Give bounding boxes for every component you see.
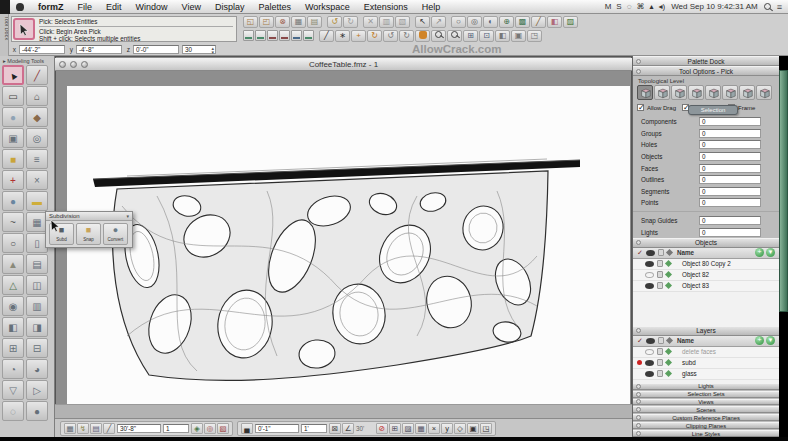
x-coordinate-input[interactable]: -44'-2" [19, 45, 65, 54]
revolve-tool[interactable]: ◎ [26, 128, 48, 148]
pickable-icon[interactable] [665, 282, 672, 289]
layers-icon[interactable]: ▤ [90, 423, 102, 434]
collapse-dot-icon[interactable] [636, 240, 641, 245]
object-row[interactable]: Object 83 [633, 281, 779, 292]
half-left-tool[interactable]: ◧ [2, 317, 24, 337]
y-axis-icon[interactable]: y [441, 423, 453, 434]
quarter-tool[interactable]: ◔ [2, 359, 24, 379]
lock-icon[interactable] [657, 282, 663, 289]
topo-level-1-button[interactable] [654, 85, 670, 100]
topo-level-0-button[interactable] [637, 85, 653, 100]
palette-dock-header[interactable]: Palette Dock [633, 56, 779, 66]
add-layer-icon[interactable]: + [755, 336, 764, 345]
diamond-snap-icon[interactable]: ◇ [454, 423, 466, 434]
lock-icon[interactable] [657, 359, 663, 366]
palette-bar-line-styles[interactable]: Line Styles [633, 430, 779, 437]
pattern-icon[interactable]: ▨ [563, 16, 578, 28]
arc-mode-icon[interactable]: ◐ [483, 16, 498, 28]
collapse-dot-icon[interactable] [636, 399, 641, 404]
visibility-eye-icon[interactable] [645, 360, 654, 366]
palette-bar-selection-sets[interactable]: Selection Sets [633, 391, 779, 398]
menu-palettes[interactable]: Palettes [251, 2, 298, 12]
lock-icon[interactable] [657, 271, 663, 278]
collapse-dot-icon[interactable] [636, 407, 641, 412]
volume-icon[interactable]: ◂) [658, 2, 665, 11]
palette-bar-views[interactable]: Views [633, 399, 779, 406]
subdivision-convert-button[interactable]: ●Convert [103, 223, 128, 245]
ref-plane-bottom-button[interactable] [255, 30, 266, 41]
line-tool[interactable]: ╱ [26, 65, 48, 85]
move-icon[interactable]: + [351, 30, 366, 42]
keyboard-icon[interactable]: ⌘ [636, 2, 644, 11]
no-snap-icon[interactable]: ⊘ [376, 423, 388, 434]
palette-bar-scenes[interactable]: Scenes [633, 406, 779, 413]
tri-right-tool[interactable]: ▷ [26, 380, 48, 400]
redo-icon[interactable]: ↻ [343, 16, 358, 28]
sketch-book-icon[interactable]: ▧ [217, 423, 229, 434]
ref-plane-left-button[interactable] [279, 30, 290, 41]
zoom-in-icon[interactable] [431, 30, 446, 42]
y-coordinate-input[interactable]: -4'-8" [76, 45, 122, 54]
rectangle-tool[interactable]: ▭ [2, 86, 24, 106]
save-view-icon[interactable]: ▣ [511, 30, 526, 42]
topo-level-3-button[interactable] [688, 85, 704, 100]
palette-bar-lights[interactable]: Lights [633, 383, 779, 390]
objects-palette-header[interactable]: Objects [633, 238, 779, 248]
visibility-eye-icon[interactable] [645, 349, 654, 355]
spline-tool[interactable]: ~ [2, 212, 24, 232]
grid-tool[interactable]: ▤ [26, 254, 48, 274]
eject-icon[interactable]: ▴ [649, 2, 653, 11]
subdivision-tool[interactable]: ● [2, 191, 24, 211]
lock-icon[interactable] [657, 348, 663, 355]
prev-view-icon[interactable]: ◧ [495, 30, 510, 42]
apple-menu-icon[interactable] [16, 3, 24, 11]
ball-tool[interactable]: ● [26, 401, 48, 421]
undo-icon[interactable]: ↺ [327, 16, 342, 28]
cube-tool[interactable]: ▣ [2, 128, 24, 148]
circles-mode-icon[interactable]: ◎ [467, 16, 482, 28]
palette-bar-custom-reference-planes[interactable]: Custom Reference Planes [633, 414, 779, 421]
three-quarter-tool[interactable]: ◕ [26, 359, 48, 379]
grid-view-icon[interactable]: ◳ [527, 30, 542, 42]
menu-view[interactable]: View [175, 2, 208, 12]
collapse-dot-icon[interactable] [636, 415, 641, 420]
menu-file[interactable]: File [71, 2, 100, 12]
collapse-dot-icon[interactable] [636, 59, 641, 64]
grid-snap-icon[interactable]: ▦ [64, 423, 76, 434]
lightning-icon[interactable]: ↯ [77, 423, 89, 434]
menu-display[interactable]: Display [208, 2, 252, 12]
orbit-icon[interactable]: ↻ [399, 30, 414, 42]
topo-level-5-button[interactable] [722, 85, 738, 100]
rotate-icon[interactable]: ↻ [367, 30, 382, 42]
pan-hand-icon[interactable] [415, 30, 430, 42]
extrude-tool[interactable]: ◆ [26, 107, 48, 127]
stepper-arrows-icon[interactable]: ▴▾ [211, 46, 214, 54]
ref-plane-back-button[interactable] [291, 30, 302, 41]
terrain-tool[interactable]: △ [2, 275, 24, 295]
blob-tool[interactable]: ▬ [26, 191, 48, 211]
menu-formz[interactable]: formZ [31, 2, 71, 12]
save-icon[interactable]: ▦ [291, 16, 306, 28]
grid-module-input[interactable]: 30'-8" [117, 424, 161, 433]
pickable-icon[interactable] [665, 260, 672, 267]
ref-plane-front-button[interactable] [303, 30, 314, 41]
fit-view-icon[interactable]: ⊡ [479, 30, 494, 42]
plane-icon[interactable]: ▄ [241, 423, 253, 434]
ref-plane-top-button[interactable] [243, 30, 254, 41]
corner-box-icon[interactable]: ◳ [480, 423, 492, 434]
pick-tool[interactable]: ▲ [2, 65, 24, 85]
menu-edit[interactable]: Edit [99, 2, 129, 12]
canvas-scroll-zone[interactable] [55, 404, 632, 418]
pick-cursor-icon[interactable]: ↖ [415, 16, 430, 28]
topo-level-6-button[interactable] [739, 85, 755, 100]
object-row[interactable]: Object 82 [633, 270, 779, 281]
lock-icon[interactable] [657, 260, 663, 267]
copy-icon[interactable]: ▤ [307, 16, 322, 28]
globe-icon[interactable]: ⊕ [499, 16, 514, 28]
x-axis-icon[interactable]: × [428, 423, 440, 434]
circle-mode-icon[interactable]: ○ [451, 16, 466, 28]
target-tool[interactable]: ◉ [2, 296, 24, 316]
paste-icon[interactable]: ▧ [395, 16, 410, 28]
open-folder-icon[interactable]: ◱ [243, 16, 258, 28]
layers-palette-header[interactable]: Layers [633, 326, 779, 336]
